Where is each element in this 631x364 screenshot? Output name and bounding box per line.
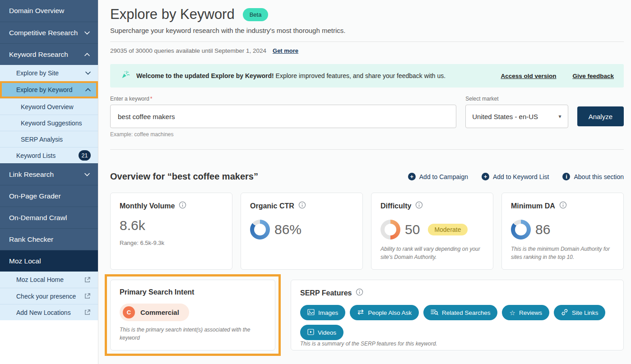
star-icon: ☆ [509, 309, 515, 316]
add-to-campaign-button[interactable]: + Add to Campaign [408, 173, 468, 180]
sidebar-item-moz-local-home[interactable]: Moz Local Home [0, 272, 98, 288]
sidebar-item-explore-by-keyword[interactable]: Explore by Keyword [0, 81, 98, 98]
keyword-lists-count-badge: 21 [79, 150, 91, 161]
action-label: Add to Keyword List [493, 173, 549, 180]
chevron-up-icon [84, 53, 90, 56]
get-more-link[interactable]: Get more [273, 47, 298, 54]
difficulty-donut [380, 220, 400, 240]
overview-heading: Overview for “best coffee makers” [110, 171, 258, 182]
market-select[interactable]: United States - en-US ▾ [465, 105, 568, 128]
external-link-icon [84, 309, 91, 316]
analyze-button[interactable]: Analyze [577, 106, 624, 126]
serp-feature-videos[interactable]: Videos [300, 325, 343, 340]
serp-feature-reviews[interactable]: ☆ Reviews [502, 305, 549, 320]
sidebar-item-moz-local[interactable]: Moz Local [0, 250, 98, 272]
give-feedback-link[interactable]: Give feedback [572, 73, 614, 79]
serp-feature-label: Images [318, 309, 338, 316]
sidebar-item-on-page-grader[interactable]: On-Page Grader [0, 185, 98, 207]
sidebar-item-label: On-Demand Crawl [9, 214, 67, 222]
serp-feature-site-links[interactable]: Site Links [554, 305, 606, 320]
sidebar-item-keyword-research[interactable]: Keyword Research [0, 43, 98, 65]
sidebar-item-label: Rank Checker [9, 235, 53, 244]
difficulty-level-badge: Moderate [428, 224, 467, 235]
images-icon [307, 309, 315, 317]
plus-circle-icon: + [482, 173, 489, 180]
sidebar-item-label: Keyword Overview [21, 103, 74, 111]
party-popper-icon [120, 70, 130, 82]
about-this-section-button[interactable]: i About this section [562, 173, 624, 180]
page-title: Explore by Keyword [110, 6, 235, 23]
card-title: Primary Search Intent [120, 288, 194, 296]
sidebar-item-competitive-research[interactable]: Competitive Research [0, 22, 98, 43]
minimum-da-donut [511, 220, 531, 240]
market-select-value: United States - en-US [472, 113, 538, 120]
sidebar-item-label: Moz Local Home [16, 276, 64, 283]
divider [110, 149, 624, 150]
monthly-volume-range: Range: 6.5k-9.3k [120, 240, 223, 246]
sidebar-item-label: Competitive Research [9, 29, 78, 37]
beta-badge: Beta [243, 8, 269, 21]
serp-features-card: SERP Features Images [291, 280, 624, 350]
info-icon[interactable] [415, 201, 423, 211]
organic-ctr-value: 86% [274, 222, 302, 237]
serp-feature-images[interactable]: Images [300, 305, 345, 320]
monthly-volume-card: Monthly Volume 8.6k Range: 6.5k-9.3k [110, 193, 232, 270]
difficulty-note: Ability to rank will vary depending on y… [380, 245, 484, 261]
sidebar-item-label: Check your presence [16, 293, 76, 300]
minimum-da-card: Minimum DA 86 This is the minimum Domain… [501, 193, 624, 270]
card-title: Minimum DA [511, 202, 555, 210]
card-title: Monthly Volume [120, 202, 175, 210]
sidebar-item-label: Keyword Research [9, 51, 68, 59]
market-field-label: Select market [465, 96, 568, 102]
keyword-input[interactable] [110, 105, 456, 128]
sidebar-item-domain-overview[interactable]: Domain Overview [0, 0, 98, 22]
sidebar-item-label: Keyword Lists [16, 152, 56, 159]
sidebar-item-keyword-overview[interactable]: Keyword Overview [0, 98, 98, 115]
related-searches-icon [431, 309, 438, 317]
chevron-down-icon [84, 31, 90, 35]
sidebar-item-serp-analysis[interactable]: SERP Analysis [0, 131, 98, 147]
keyword-label-text: Enter a keyword [110, 96, 149, 102]
external-link-icon [84, 276, 91, 283]
sidebar-item-label: SERP Analysis [21, 136, 63, 143]
sidebar-item-label: Domain Overview [9, 7, 64, 15]
keyword-example-text: Example: coffee machines [110, 131, 456, 138]
info-icon[interactable] [179, 201, 186, 211]
serp-feature-label: Site Links [572, 309, 599, 316]
chevron-down-icon [85, 71, 91, 75]
sidebar-item-check-your-presence[interactable]: Check your presence [0, 288, 98, 304]
add-to-keyword-list-button[interactable]: + Add to Keyword List [482, 173, 549, 180]
serp-feature-label: People Also Ask [368, 309, 412, 316]
sidebar-item-link-research[interactable]: Link Research [0, 163, 98, 185]
commercial-intent-icon: C [123, 306, 135, 318]
sidebar-item-on-demand-crawl[interactable]: On-Demand Crawl [0, 207, 98, 228]
plus-circle-icon: + [408, 173, 416, 180]
sidebar-item-keyword-suggestions[interactable]: Keyword Suggestions [0, 115, 98, 131]
sidebar-item-label: Explore by Keyword [16, 86, 73, 93]
caret-down-icon: ▾ [559, 113, 561, 120]
serp-feature-label: Reviews [519, 309, 542, 316]
info-icon[interactable] [559, 201, 567, 211]
serp-feature-related-searches[interactable]: Related Searches [423, 305, 497, 320]
sidebar-item-explore-by-site[interactable]: Explore by Site [0, 65, 98, 81]
chevron-up-icon [85, 88, 91, 92]
welcome-banner: Welcome to the updated Explore by Keywor… [110, 64, 624, 88]
search-intent-note: This is the primary search intent(s) ass… [120, 326, 266, 342]
difficulty-card: Difficulty 50 Moderate Ability to rank w… [371, 193, 493, 270]
action-label: Add to Campaign [419, 173, 468, 180]
chevron-down-icon [84, 173, 90, 176]
link-icon [561, 309, 568, 317]
info-icon[interactable] [298, 201, 306, 211]
serp-feature-label: Videos [318, 329, 336, 336]
card-title: SERP Features [300, 289, 352, 297]
access-old-version-link[interactable]: Access old version [501, 73, 556, 79]
keyword-field-label: Enter a keyword* [110, 96, 456, 102]
info-icon[interactable] [356, 288, 363, 298]
serp-feature-people-also-ask[interactable]: People Also Ask [350, 305, 419, 320]
required-asterisk: * [150, 96, 153, 102]
sidebar-item-add-new-locations[interactable]: Add New Locations [0, 304, 98, 320]
sidebar-item-label: Keyword Suggestions [21, 120, 82, 127]
sidebar-item-keyword-lists[interactable]: Keyword Lists 21 [0, 147, 98, 163]
sidebar-item-label: Add New Locations [16, 309, 71, 316]
sidebar-item-rank-checker[interactable]: Rank Checker [0, 228, 98, 250]
